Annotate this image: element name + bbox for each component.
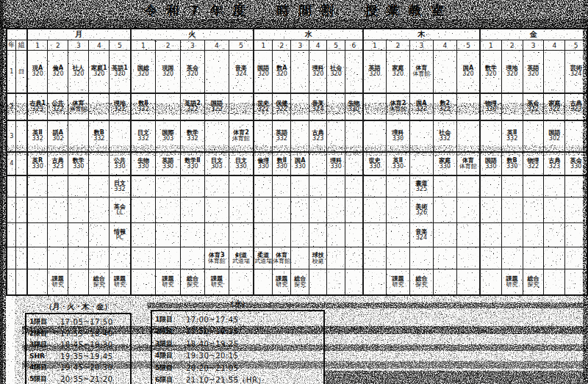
timetable-cell: 国A322 xyxy=(409,93,433,120)
cell-room: 330 xyxy=(387,164,409,170)
cell-room: 330 xyxy=(345,106,362,113)
cell-room: 303 xyxy=(156,136,180,142)
timetable-row: 4英R330古典323数学330公共330生物330英語330数学Ⅱ330日文3… xyxy=(7,152,587,175)
period-header: 4 xyxy=(204,40,229,51)
timetable-cell xyxy=(456,120,480,152)
timetable-cell xyxy=(309,198,327,223)
timetable-cell: 国語302 xyxy=(544,120,565,152)
timetable-cell xyxy=(68,247,89,269)
timetable-cell: 理地322 xyxy=(110,93,131,120)
timetable-cell: 社人320 xyxy=(68,51,89,93)
timetable-cell xyxy=(89,152,110,175)
timetable-cell xyxy=(27,198,48,223)
timetable-cell xyxy=(456,175,480,198)
bell-schedule-header-wednesday: （水） xyxy=(151,299,325,309)
timetable-cell: 課題研究 xyxy=(48,269,68,295)
cell-room: 332 xyxy=(434,136,456,142)
timetable-cell: 生物330 xyxy=(345,93,363,120)
timetable-cell: 数2322 xyxy=(433,93,456,120)
timetable-cell xyxy=(89,198,110,223)
timetable-cell: 日文332 xyxy=(110,175,131,198)
timetable-cell xyxy=(48,175,68,198)
cell-room: 体育館 xyxy=(387,106,409,113)
class-label: 日 xyxy=(16,51,27,93)
timetable-cell: 英会320 xyxy=(180,51,204,93)
timetable-cell xyxy=(501,247,523,269)
timetable-cell: 家庭320 xyxy=(386,51,409,93)
timetable-cell: 柔道武道場 xyxy=(254,247,273,269)
cell-room: 330 xyxy=(68,164,88,170)
timetable-cell: 現国320 xyxy=(156,51,181,93)
timetable-cell: 英語330 xyxy=(156,152,181,175)
timetable-cell: 現A320 xyxy=(27,51,48,93)
timetable-cell: 理科330 xyxy=(386,120,409,152)
timetable-cell: 英Ⅱ332 xyxy=(501,120,523,152)
period-header: 3 xyxy=(180,40,204,51)
cell-room: 320 xyxy=(28,71,47,78)
period-time: 18:40~19:25 xyxy=(186,340,239,348)
timetable-cell xyxy=(363,175,387,198)
timetable-cell xyxy=(565,175,587,198)
timetable-cell xyxy=(254,269,273,295)
period-label: 2限目 xyxy=(29,329,54,338)
timetable-cell: 古典323 xyxy=(565,93,587,120)
timetable-cell xyxy=(345,223,363,247)
timetable-cell xyxy=(309,223,327,247)
bell-schedule-box-weekdays: 1限目17:05~17:502限目17:55~18:403限目18:45~19:… xyxy=(25,313,132,384)
period-time: 17:50~18:35 xyxy=(186,327,239,336)
timetable-cell: 英語332 xyxy=(273,120,291,152)
cell-room: PC xyxy=(110,235,129,242)
timetable-cell xyxy=(523,223,544,247)
timetable-cell: 国A320 xyxy=(456,51,480,93)
timetable-cell xyxy=(89,175,110,198)
period-label: 1限目 xyxy=(155,315,180,325)
timetable-cell: 保健322 xyxy=(273,93,291,120)
timetable-cell: 英R330 xyxy=(27,152,48,175)
timetable-cell xyxy=(565,269,587,295)
cell-room: 322 xyxy=(132,106,155,113)
timetable-cell xyxy=(27,223,48,247)
timetable-cell: 課題研究 xyxy=(110,269,131,295)
cell-room: 320 xyxy=(68,71,88,78)
cell-room: 332 xyxy=(273,136,290,142)
period-header: 4 xyxy=(433,40,456,51)
timetable-cell xyxy=(363,120,387,152)
cell-room: 330 xyxy=(364,164,386,170)
cell-room: 研究 xyxy=(156,282,180,289)
timetable-cell xyxy=(229,93,254,120)
timetable-cell: 数B332 xyxy=(89,120,110,152)
day-header: 火 xyxy=(131,29,254,40)
cell-room: 330 xyxy=(481,164,501,170)
timetable-cell xyxy=(254,223,273,247)
cell-room: 320 xyxy=(457,71,479,78)
timetable-cell: 古典1323 xyxy=(27,93,48,120)
timetable-row: 1日現A320倫A320社人320家庭1320英語1320国総320現国320英… xyxy=(7,51,587,93)
timetable-row: 英会LL美術326 xyxy=(7,198,587,223)
timetable-cell xyxy=(156,223,181,247)
timetable-cell xyxy=(544,51,565,93)
period-header: 1 xyxy=(480,40,501,51)
timetable-cell: 体育体育館 xyxy=(456,152,480,175)
timetable-cell xyxy=(273,175,291,198)
cell-room: 320 xyxy=(181,71,204,78)
cell-room: 322 xyxy=(48,106,68,113)
cell-room: 研究 xyxy=(48,282,68,289)
cell-room: 330 xyxy=(110,164,129,170)
cell-room: 研究 xyxy=(205,282,229,289)
timetable-cell xyxy=(565,223,587,247)
timetable-cell xyxy=(180,247,204,269)
timetable-cell: 古典323 xyxy=(309,120,327,152)
timetable-cell: 音楽324 xyxy=(409,223,433,247)
cell-room: 探究 xyxy=(181,282,204,289)
cell-room: 330 xyxy=(565,164,587,170)
period-time: 20:35~21:20 xyxy=(60,375,113,383)
cell-room: 330 xyxy=(327,164,345,170)
timetable-cell xyxy=(480,223,501,247)
cell-room: 330 xyxy=(156,164,180,170)
timetable-cell: 英語320 xyxy=(523,51,544,93)
timetable-cell xyxy=(480,269,501,295)
period-label: 4限目 xyxy=(29,363,54,372)
period-header: 4 xyxy=(544,40,565,51)
timetable-cell: 英語1320 xyxy=(110,51,131,93)
timetable-cell xyxy=(27,269,48,295)
